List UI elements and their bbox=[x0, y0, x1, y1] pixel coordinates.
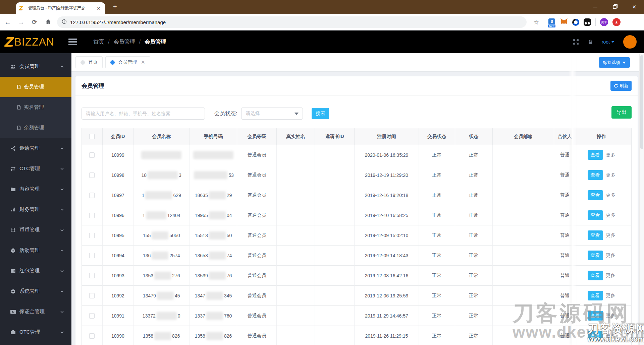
tab-close-icon[interactable]: ✕ bbox=[141, 59, 145, 65]
back-icon[interactable]: ← bbox=[3, 18, 12, 26]
sidebar-group-label: 系统管理 bbox=[19, 288, 40, 294]
row-checkbox[interactable] bbox=[89, 313, 95, 319]
row-checkbox[interactable] bbox=[89, 152, 95, 158]
more-link[interactable]: 更多 bbox=[606, 152, 615, 158]
sidebar-group-OTC管理[interactable]: OTC管理 bbox=[0, 322, 71, 342]
row-checkbox[interactable] bbox=[89, 273, 95, 278]
more-link[interactable]: 更多 bbox=[606, 273, 615, 279]
view-button[interactable]: 查看 bbox=[588, 230, 603, 240]
row-checkbox-cell bbox=[82, 286, 103, 306]
sidebar-group-红包管理[interactable]: 红包管理 bbox=[0, 261, 71, 281]
row-checkbox[interactable] bbox=[89, 333, 95, 339]
bizzan-logo[interactable]: Z BIZZAN bbox=[5, 35, 54, 49]
cell-member-id: 10997 bbox=[103, 185, 133, 205]
window-restore-button[interactable] bbox=[605, 0, 625, 14]
cell-level: 普通会员 bbox=[237, 266, 277, 286]
scrollbar-thumb[interactable] bbox=[640, 55, 643, 149]
cell-member-id: 10991 bbox=[103, 306, 133, 326]
row-checkbox[interactable] bbox=[89, 293, 95, 298]
window-minimize-button[interactable] bbox=[586, 0, 605, 14]
more-link[interactable]: 更多 bbox=[606, 333, 615, 339]
cell-inviter-id bbox=[315, 286, 355, 306]
view-button[interactable]: 查看 bbox=[588, 170, 603, 180]
breadcrumb-item[interactable]: 首页 bbox=[93, 39, 104, 46]
chevron-down-icon bbox=[60, 289, 64, 293]
page-info-icon[interactable] bbox=[62, 19, 67, 25]
cell-phone: 1863529 bbox=[190, 185, 237, 205]
sidebar-item-会员管理[interactable]: 会员管理 bbox=[0, 77, 71, 97]
extension-new-icon[interactable]: S New bbox=[548, 18, 556, 26]
metamask-fox-icon[interactable] bbox=[560, 18, 568, 27]
extension-ring-icon[interactable] bbox=[572, 19, 579, 26]
export-button[interactable]: 导出 bbox=[611, 106, 632, 119]
extension-dots-icon[interactable] bbox=[584, 18, 591, 26]
row-checkbox[interactable] bbox=[89, 233, 95, 238]
view-button[interactable]: 查看 bbox=[588, 271, 603, 280]
more-link[interactable]: 更多 bbox=[606, 192, 615, 198]
view-button[interactable]: 查看 bbox=[588, 251, 603, 260]
fullscreen-icon[interactable] bbox=[573, 39, 579, 45]
sidebar-toggle-icon[interactable] bbox=[68, 39, 77, 45]
sidebar-group-保证金管理[interactable]: 保证金管理 bbox=[0, 301, 71, 322]
select-all-checkbox[interactable] bbox=[89, 134, 95, 139]
status-select[interactable]: 请选择 bbox=[241, 108, 303, 120]
row-checkbox[interactable] bbox=[89, 172, 95, 178]
sidebar-item-实名管理[interactable]: 实名管理 bbox=[0, 97, 71, 118]
row-checkbox[interactable] bbox=[89, 213, 95, 218]
view-button[interactable]: 查看 bbox=[588, 210, 603, 220]
cell-real-name bbox=[277, 225, 315, 246]
tag-options-button[interactable]: 标签选项 bbox=[599, 57, 630, 68]
bookmark-star-icon[interactable]: ☆ bbox=[533, 18, 539, 26]
home-icon[interactable] bbox=[44, 18, 52, 26]
browser-profile-avatar[interactable]: 贤军 bbox=[600, 18, 608, 26]
sidebar-group-币币管理[interactable]: 币币管理 bbox=[0, 220, 71, 240]
cell-member-name: 1347945 bbox=[133, 286, 190, 306]
new-tab-button[interactable]: + bbox=[113, 3, 117, 10]
more-link[interactable]: 更多 bbox=[606, 212, 615, 218]
sidebar-group-会员管理[interactable]: 会员管理 bbox=[0, 56, 71, 77]
cell-email bbox=[493, 266, 554, 286]
row-checkbox[interactable] bbox=[89, 253, 95, 258]
sidebar-group-邀请管理[interactable]: 邀请管理 bbox=[0, 138, 71, 158]
sidebar-group-CTC管理[interactable]: CTC管理 bbox=[0, 158, 71, 179]
page-tab-首页[interactable]: 首页 bbox=[75, 56, 103, 68]
user-avatar[interactable] bbox=[623, 35, 637, 49]
window-close-button[interactable]: ✕ bbox=[625, 0, 644, 14]
view-button[interactable]: 查看 bbox=[588, 311, 603, 321]
tab-close-icon[interactable]: ✕ bbox=[97, 6, 101, 11]
search-input[interactable] bbox=[82, 108, 205, 120]
sidebar-group-label: 邀请管理 bbox=[19, 145, 40, 151]
more-link[interactable]: 更多 bbox=[606, 293, 615, 299]
more-link[interactable]: 更多 bbox=[606, 313, 615, 319]
view-button[interactable]: 查看 bbox=[588, 190, 603, 200]
forward-icon[interactable]: → bbox=[17, 18, 25, 26]
browser-toolbar: ← → ⟳ 127.0.0.1:9527/#/member/membermana… bbox=[0, 14, 644, 30]
cell-reg-time: 2019-12-06 19:25:59 bbox=[355, 286, 419, 306]
sidebar-group-财务管理[interactable]: 财务管理 bbox=[0, 199, 71, 220]
view-button[interactable]: 查看 bbox=[588, 150, 603, 160]
page-tab-会员管理[interactable]: 会员管理✕ bbox=[105, 56, 150, 68]
page-scrollbar[interactable] bbox=[639, 53, 644, 345]
breadcrumb-item[interactable]: 会员管理 bbox=[114, 39, 135, 46]
url-bar[interactable]: 127.0.0.1:9527/#/member/membermanage bbox=[57, 16, 527, 28]
more-link[interactable]: 更多 bbox=[606, 172, 615, 178]
view-button[interactable]: 查看 bbox=[588, 291, 603, 300]
sidebar-group-活动管理[interactable]: 活动管理 bbox=[0, 240, 71, 261]
lock-icon[interactable] bbox=[588, 39, 593, 45]
cell-status: 正常 bbox=[455, 326, 493, 345]
browser-tab[interactable]: Z 管理后台 - 币严|全球数字资产交 ✕ bbox=[16, 2, 105, 14]
row-checkbox[interactable] bbox=[89, 193, 95, 198]
search-button[interactable]: 搜索 bbox=[312, 108, 329, 119]
sidebar-group-系统管理[interactable]: 系统管理 bbox=[0, 281, 71, 301]
view-button[interactable]: 查看 bbox=[588, 331, 603, 341]
censor-blur bbox=[154, 332, 171, 340]
more-link[interactable]: 更多 bbox=[606, 253, 615, 259]
extension-red-arrow-icon[interactable]: ▲ bbox=[612, 18, 621, 26]
sidebar-item-余额管理[interactable]: 余额管理 bbox=[0, 118, 71, 138]
reload-icon[interactable]: ⟳ bbox=[30, 18, 39, 26]
sidebar-group-内容管理[interactable]: 内容管理 bbox=[0, 179, 71, 199]
cell-status: 正常 bbox=[455, 205, 493, 225]
more-link[interactable]: 更多 bbox=[606, 232, 615, 238]
user-menu[interactable]: root bbox=[602, 39, 614, 45]
refresh-button[interactable]: 刷新 bbox=[610, 81, 632, 91]
